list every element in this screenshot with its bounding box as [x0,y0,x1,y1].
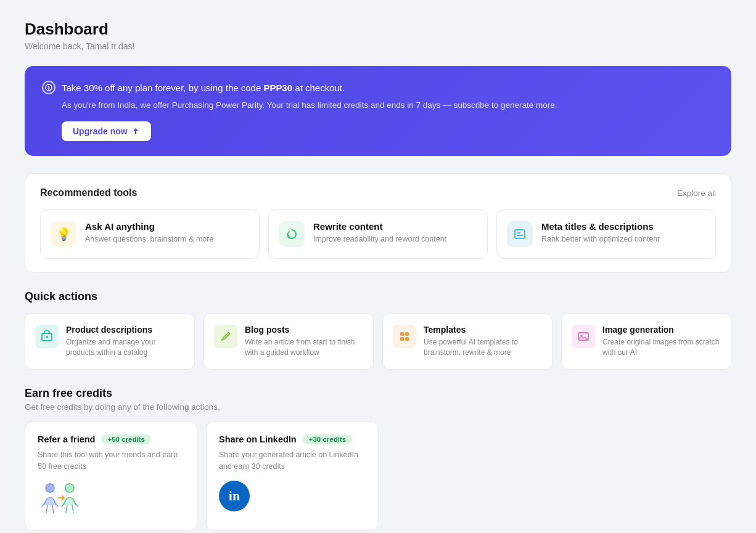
svg-line-22 [66,505,67,513]
tool-desc-ask-ai: Answer questions, brainstorm & more [85,234,213,245]
promo-desc: As you're from India, we offer Purchasin… [62,99,714,112]
action-card-image[interactable]: Image generation Create original images … [561,313,731,370]
svg-rect-11 [405,337,409,341]
earn-title: Earn free credits [25,387,731,400]
tools-grid: 💡 Ask AI anything Answer questions, brai… [40,210,716,259]
linkedin-badge: +30 credits [303,434,352,444]
action-card-templates[interactable]: Templates Use powerful AI templates to b… [382,313,553,370]
tool-card-rewrite[interactable]: Rewrite content Improve readability and … [268,210,488,259]
meta-icon [507,221,533,247]
refer-illustration [38,481,184,518]
info-icon [42,81,55,94]
actions-grid: Product descriptions Organize and manage… [25,313,731,370]
blog-icon [214,325,237,348]
refer-desc: Share this tool with your friends and ea… [38,449,184,473]
explore-all-link[interactable]: Explore all [677,189,716,198]
action-desc-image: Create original images from scratch with… [602,337,721,358]
upgrade-now-button[interactable]: Upgrade now [62,121,151,141]
action-desc-templates: Use powerful AI templates to brainstorm,… [424,337,542,358]
action-card-blog[interactable]: Blog posts Write an article from start t… [203,313,374,370]
svg-rect-10 [400,337,404,341]
linkedin-title: Share on LinkedIn [219,434,297,444]
tool-name-ask-ai: Ask AI anything [85,221,213,232]
recommended-tools-title: Recommended tools [40,187,137,198]
templates-icon [393,325,416,348]
tool-card-meta[interactable]: Meta titles & descriptions Rank better w… [496,210,716,259]
promo-banner: Take 30% off any plan forever, by using … [25,66,731,156]
recommended-tools-section: Recommended tools Explore all 💡 Ask AI a… [25,173,731,273]
refer-badge: +50 credits [101,434,150,444]
action-name-blog: Blog posts [245,325,363,335]
action-name-templates: Templates [424,325,542,335]
page-subtitle: Welcome back, Tamal.tr.das! [25,41,731,51]
page-title: Dashboard [25,20,731,39]
svg-rect-8 [400,332,404,336]
product-icon [35,325,59,348]
tool-name-meta: Meta titles & descriptions [541,221,660,232]
action-card-product[interactable]: Product descriptions Organize and manage… [25,313,195,370]
quick-actions-title: Quick actions [25,290,731,303]
action-desc-product: Organize and manage your products within… [66,337,184,358]
tool-name-rewrite: Rewrite content [313,221,446,232]
tool-desc-rewrite: Improve readability and reword content [313,234,446,245]
earn-grid: Refer a friend +50 credits Share this to… [25,421,731,531]
action-desc-blog: Write an article from start to finish wi… [245,337,363,358]
promo-title: Take 30% off any plan forever, by using … [62,83,345,93]
earn-credits-section: Earn free credits Get free credits by do… [25,387,731,531]
rewrite-icon [279,221,305,247]
refer-title: Refer a friend [38,434,95,444]
action-name-product: Product descriptions [66,325,184,335]
action-name-image: Image generation [602,325,721,335]
linkedin-desc: Share your generated article on LinkedIn… [219,449,366,473]
earn-card-refer[interactable]: Refer a friend +50 credits Share this to… [25,421,197,531]
svg-rect-4 [517,232,520,234]
earn-card-linkedin[interactable]: Share on LinkedIn +30 credits Share your… [206,421,379,531]
svg-point-14 [46,484,54,492]
svg-point-7 [46,336,48,338]
svg-rect-3 [515,230,525,238]
earn-subtitle: Get free credits by doing any of the fol… [25,402,731,412]
ask-ai-icon: 💡 [51,221,76,247]
linkedin-illustration: in [219,481,366,511]
linkedin-logo-icon: in [219,481,250,511]
svg-line-17 [46,505,47,513]
svg-line-23 [72,505,73,513]
svg-line-18 [52,505,54,513]
svg-point-2 [48,86,49,87]
image-gen-icon [572,325,595,348]
svg-point-19 [65,484,74,492]
svg-rect-9 [405,332,409,336]
tool-desc-meta: Rank better with optimized content [541,234,660,245]
tool-card-ask-ai[interactable]: 💡 Ask AI anything Answer questions, brai… [40,210,260,259]
svg-rect-5 [517,235,523,236]
